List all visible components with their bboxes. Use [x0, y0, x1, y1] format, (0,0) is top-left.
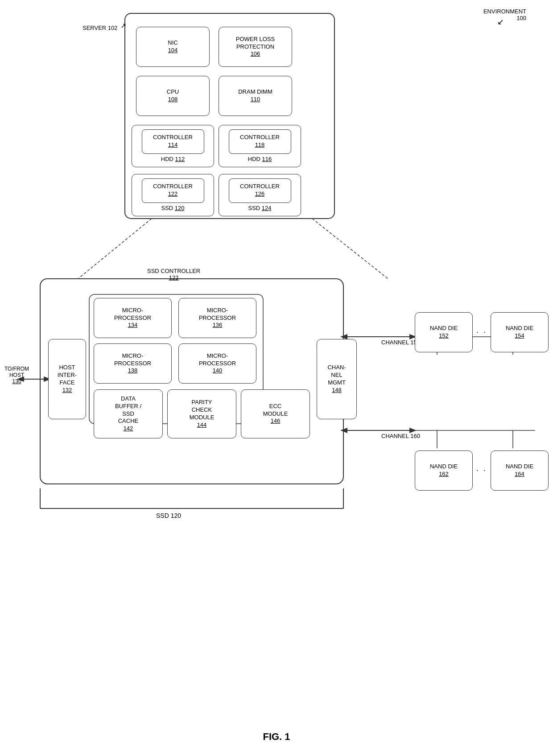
host-interface-num: 132	[62, 387, 72, 394]
figure-title: FIG. 1	[263, 731, 290, 743]
controller118-box: CONTROLLER 118	[229, 129, 291, 154]
microprocessor136-label: MICRO-PROCESSOR	[199, 307, 236, 322]
cpu-box: CPU 108	[136, 76, 210, 116]
controller118-label: CONTROLLER	[240, 134, 280, 141]
microprocessor138-num: 138	[128, 367, 138, 375]
dram-num: 110	[251, 96, 260, 103]
parity-check-label: PARITYCHECKMODULE	[190, 399, 215, 421]
nand-die-162-label: NAND DIE	[430, 463, 458, 471]
controller122-label: CONTROLLER	[153, 183, 193, 190]
dram-box: DRAM DIMM 110	[219, 76, 292, 116]
microprocessor140-num: 140	[213, 367, 223, 375]
ssd124-server-outer-box: CONTROLLER 126 SSD 124	[219, 174, 301, 216]
svg-line-1	[78, 219, 152, 279]
nand-die-164-label: NAND DIE	[506, 463, 533, 471]
parity-check-num: 144	[197, 421, 207, 429]
data-buffer-label: DATABUFFER /SSDCACHE	[115, 395, 141, 426]
microprocessor138-label: MICRO-PROCESSOR	[114, 352, 151, 368]
ecc-module-num: 146	[271, 417, 281, 425]
nand-die-162-box: NAND DIE 162	[415, 450, 473, 491]
nand-die-154-box: NAND DIE 154	[491, 312, 549, 352]
controller126-num: 126	[255, 190, 265, 198]
nand-die-152-label: NAND DIE	[430, 325, 458, 332]
nic-label: NIC	[168, 39, 177, 47]
nand-die-162-num: 162	[439, 471, 449, 478]
power-loss-box: POWER LOSSPROTECTION 106	[219, 27, 292, 67]
controller122-box: CONTROLLER 122	[142, 178, 204, 203]
microprocessor136-box: MICRO-PROCESSOR 136	[178, 298, 256, 338]
parity-check-box: PARITYCHECKMODULE 144	[167, 389, 236, 438]
power-loss-num: 106	[251, 50, 260, 58]
channel150-label: CHANNEL 150	[381, 339, 420, 346]
ecc-module-label: ECCMODULE	[263, 403, 288, 418]
controller126-label: CONTROLLER	[240, 183, 280, 190]
ssd-controller-label: SSD CONTROLLER 122	[147, 268, 200, 281]
environment-label: ENVIRONMENT 100	[483, 8, 526, 21]
hdd112-label: HDD 112	[161, 156, 185, 163]
data-buffer-box: DATABUFFER /SSDCACHE 142	[94, 389, 163, 438]
server-arrow: ↗	[120, 21, 126, 30]
nic-num: 104	[168, 47, 178, 54]
controller122-num: 122	[168, 190, 178, 198]
nand-die-164-box: NAND DIE 164	[491, 450, 549, 491]
microprocessor140-box: MICRO-PROCESSOR 140	[178, 343, 256, 384]
microprocessor138-box: MICRO-PROCESSOR 138	[94, 343, 172, 384]
host-interface-box: HOSTINTER-FACE 132	[48, 339, 86, 419]
ssd124-server-label: SSD 124	[248, 205, 271, 212]
ssd120-bottom-label: SSD 120	[156, 512, 181, 519]
microprocessor134-box: MICRO-PROCESSOR 134	[94, 298, 172, 338]
hdd116-label: HDD 116	[248, 156, 272, 163]
host-interface-label: HOSTINTER-FACE	[58, 364, 77, 387]
nand-die-154-num: 154	[515, 332, 524, 340]
nic-box: NIC 104	[136, 27, 210, 67]
channel160-label: CHANNEL 160	[381, 433, 420, 439]
to-from-host-label: TO/FROMHOST 130	[4, 366, 29, 384]
controller126-box: CONTROLLER 126	[229, 178, 291, 203]
ecc-module-box: ECCMODULE 146	[241, 389, 310, 438]
nand-die-152-box: NAND DIE 152	[415, 312, 473, 352]
dram-label: DRAM DIMM	[238, 88, 272, 96]
controller114-box: CONTROLLER 114	[142, 129, 204, 154]
data-buffer-num: 142	[124, 425, 133, 433]
controller114-label: CONTROLLER	[153, 134, 193, 141]
microprocessor134-num: 134	[128, 322, 138, 329]
environment-arrow: ↙	[497, 17, 504, 27]
nand-die-154-label: NAND DIE	[506, 325, 533, 332]
hdd116-outer-box: CONTROLLER 118 HDD 116	[219, 125, 301, 167]
power-loss-label: POWER LOSSPROTECTION	[236, 36, 275, 51]
nand-die-164-num: 164	[515, 471, 524, 478]
nand-die-152-num: 152	[439, 332, 449, 340]
microprocessor140-label: MICRO-PROCESSOR	[199, 352, 236, 368]
controller114-num: 114	[168, 141, 178, 149]
ssd120-server-label: SSD 120	[161, 205, 184, 212]
controller118-num: 118	[255, 141, 265, 149]
cpu-num: 108	[168, 96, 178, 103]
microprocessor134-label: MICRO-PROCESSOR	[114, 307, 151, 322]
ssd120-server-outer-box: CONTROLLER 122 SSD 120	[132, 174, 214, 216]
hdd112-outer-box: CONTROLLER 114 HDD 112	[132, 125, 214, 167]
cpu-label: CPU	[167, 88, 179, 96]
channel-mgmt-num: 148	[332, 387, 342, 394]
svg-line-2	[312, 219, 388, 279]
channel-mgmt-label: CHAN-NELMGMT	[327, 364, 346, 387]
microprocessor136-num: 136	[213, 322, 223, 329]
channel-mgmt-box: CHAN-NELMGMT 148	[317, 339, 357, 419]
server-label: SERVER 102	[83, 25, 118, 31]
